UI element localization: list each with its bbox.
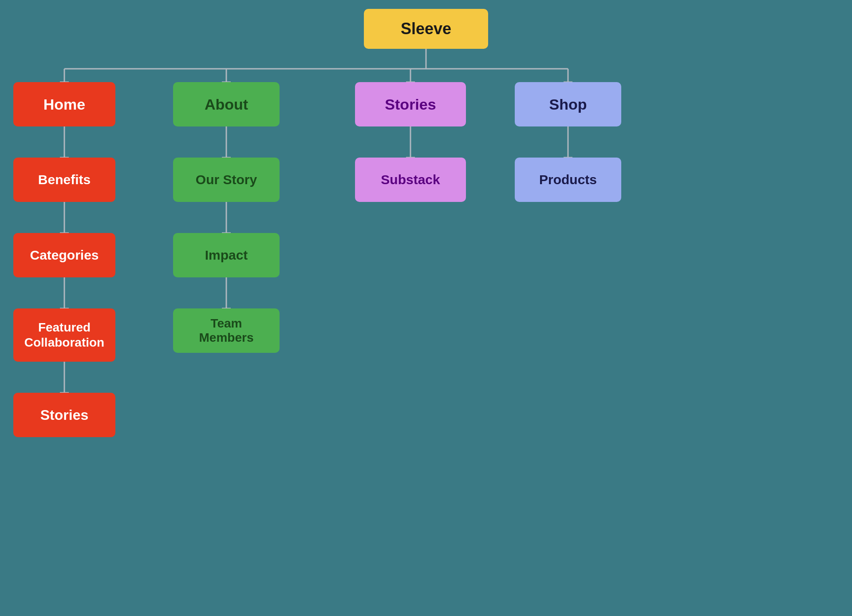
substack-node[interactable]: Substack <box>355 158 466 202</box>
categories-node[interactable]: Categories <box>13 233 115 277</box>
team-members-node[interactable]: Team Members <box>173 308 280 353</box>
tree-diagram: .connector { fill: none; stroke: #b0b8c0… <box>0 0 852 616</box>
root-node[interactable]: Sleeve <box>364 9 488 49</box>
shop-node[interactable]: Shop <box>515 82 621 126</box>
stories-purple-node[interactable]: Stories <box>355 82 466 126</box>
products-node[interactable]: Products <box>515 158 621 202</box>
home-node[interactable]: Home <box>13 82 115 126</box>
featured-collaboration-node[interactable]: Featured Collaboration <box>13 308 115 362</box>
our-story-node[interactable]: Our Story <box>173 158 280 202</box>
impact-node[interactable]: Impact <box>173 233 280 277</box>
benefits-node[interactable]: Benefits <box>13 158 115 202</box>
stories-red-node[interactable]: Stories <box>13 393 115 437</box>
about-node[interactable]: About <box>173 82 280 126</box>
